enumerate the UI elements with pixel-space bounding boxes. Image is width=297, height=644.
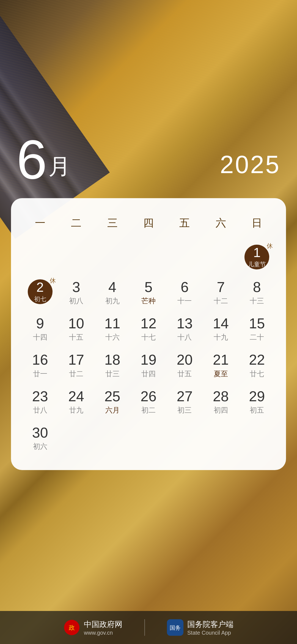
rest-badge: 休 bbox=[267, 242, 273, 250]
day-10[interactable]: 10 十五 bbox=[58, 311, 94, 347]
day-lunar: 十三 bbox=[250, 296, 264, 306]
day-lunar: 廿四 bbox=[141, 369, 156, 379]
day-lunar: 夏至 bbox=[214, 369, 228, 379]
day-lunar: 廿一 bbox=[33, 369, 47, 379]
weekday-mon: 一 bbox=[22, 212, 58, 234]
day-lunar: 十四 bbox=[33, 332, 47, 342]
day-25[interactable]: 25 六月 bbox=[94, 384, 130, 420]
month-header: 6 月 2025 bbox=[0, 132, 297, 187]
day-27[interactable]: 27 初三 bbox=[167, 384, 203, 420]
day-13[interactable]: 13 十八 bbox=[167, 311, 203, 347]
footer-logo-app[interactable]: 国务 国务院客户端 State Council App bbox=[167, 619, 233, 636]
day-number: 6 bbox=[181, 279, 189, 295]
day-lunar: 廿三 bbox=[105, 369, 120, 379]
day-empty bbox=[203, 420, 239, 456]
svg-text:国务: 国务 bbox=[170, 625, 181, 631]
day-29[interactable]: 29 初五 bbox=[239, 384, 275, 420]
day-18[interactable]: 18 廿三 bbox=[94, 347, 130, 383]
day-lunar: 十八 bbox=[177, 332, 192, 342]
day-20[interactable]: 20 廿五 bbox=[167, 347, 203, 383]
day-number: 18 bbox=[105, 352, 120, 368]
month-yue: 月 bbox=[48, 152, 70, 187]
day-24[interactable]: 24 廿九 bbox=[58, 384, 94, 420]
day-11[interactable]: 11 十六 bbox=[94, 311, 130, 347]
day-number: 26 bbox=[141, 389, 156, 404]
day-number: 1 bbox=[253, 245, 261, 260]
year-number: 2025 bbox=[220, 151, 280, 187]
day-lunar: 十五 bbox=[69, 332, 83, 342]
day-21[interactable]: 21 夏至 bbox=[203, 347, 239, 383]
day-lunar: 初七 bbox=[34, 295, 46, 303]
day-16[interactable]: 16 廿一 bbox=[22, 347, 58, 383]
day-4[interactable]: 4 初九 bbox=[94, 274, 130, 311]
day-number: 25 bbox=[105, 389, 120, 404]
day-lunar: 十六 bbox=[105, 332, 120, 342]
day-empty bbox=[22, 240, 58, 274]
day-number: 14 bbox=[213, 316, 229, 331]
day-number: 23 bbox=[32, 389, 48, 404]
calendar-container: 一 二 三 四 五 六 日 休 1 儿童节 休 2 初七 bbox=[11, 198, 286, 470]
day-number: 5 bbox=[145, 279, 153, 295]
day-lunar: 十七 bbox=[141, 332, 156, 342]
gov-icon: 政 bbox=[64, 619, 80, 636]
day-23[interactable]: 23 廿八 bbox=[22, 384, 58, 420]
day-lunar: 芒种 bbox=[141, 296, 156, 306]
day-number: 11 bbox=[105, 316, 120, 331]
day-28[interactable]: 28 初四 bbox=[203, 384, 239, 420]
day-holiday: 儿童节 bbox=[248, 260, 266, 269]
day-9[interactable]: 9 十四 bbox=[22, 311, 58, 347]
day-number: 13 bbox=[177, 316, 193, 331]
day-2[interactable]: 休 2 初七 bbox=[22, 274, 58, 311]
day-number: 2 bbox=[36, 280, 44, 295]
day-lunar: 初三 bbox=[177, 405, 192, 415]
weekday-fri: 五 bbox=[167, 212, 203, 234]
weekday-header: 一 二 三 四 五 六 日 bbox=[22, 212, 275, 234]
day-number: 19 bbox=[141, 352, 156, 368]
day-empty bbox=[203, 240, 239, 274]
day-empty bbox=[239, 420, 275, 456]
day-7[interactable]: 7 十二 bbox=[203, 274, 239, 311]
day-17[interactable]: 17 廿二 bbox=[58, 347, 94, 383]
day-number: 29 bbox=[249, 389, 265, 404]
day-empty bbox=[167, 420, 203, 456]
day-lunar: 十一 bbox=[177, 296, 192, 306]
day-number: 16 bbox=[32, 352, 48, 368]
day-8[interactable]: 8 十三 bbox=[239, 274, 275, 311]
day-number: 10 bbox=[68, 316, 84, 331]
day-3[interactable]: 3 初八 bbox=[58, 274, 94, 311]
weekday-sat: 六 bbox=[203, 212, 239, 234]
logo2-sub: State Council App bbox=[187, 630, 233, 636]
footer-logo-gov[interactable]: 政 中国政府网 www.gov.cn bbox=[64, 619, 122, 636]
day-number: 9 bbox=[36, 316, 44, 331]
day-5[interactable]: 5 芒种 bbox=[130, 274, 166, 311]
month-number: 6 bbox=[16, 132, 46, 187]
day-30[interactable]: 30 初六 bbox=[22, 420, 58, 456]
day-lunar: 初九 bbox=[105, 296, 120, 306]
day-number: 28 bbox=[213, 389, 229, 404]
day-empty bbox=[58, 420, 94, 456]
svg-text:政: 政 bbox=[69, 624, 75, 631]
day-empty bbox=[94, 240, 130, 274]
day-26[interactable]: 26 初二 bbox=[130, 384, 166, 420]
day-15[interactable]: 15 二十 bbox=[239, 311, 275, 347]
day-19[interactable]: 19 廿四 bbox=[130, 347, 166, 383]
day-lunar: 二十 bbox=[250, 332, 264, 342]
day-number: 3 bbox=[72, 279, 80, 295]
calendar-grid: 休 1 儿童节 休 2 初七 3 初八 4 初九 5 芒种 6 bbox=[22, 240, 275, 456]
day-number: 7 bbox=[217, 279, 225, 295]
day-number: 8 bbox=[253, 279, 261, 295]
day-12[interactable]: 12 十七 bbox=[130, 311, 166, 347]
day-6[interactable]: 6 十一 bbox=[167, 274, 203, 311]
day-14[interactable]: 14 十九 bbox=[203, 311, 239, 347]
day-number: 15 bbox=[249, 316, 265, 331]
day-number: 4 bbox=[108, 279, 116, 295]
day-empty bbox=[94, 420, 130, 456]
day-1[interactable]: 休 1 儿童节 bbox=[239, 240, 275, 274]
day-lunar: 初八 bbox=[69, 296, 83, 306]
day-number: 12 bbox=[141, 316, 156, 331]
day-lunar: 初二 bbox=[141, 405, 156, 415]
day-lunar: 廿五 bbox=[177, 369, 192, 379]
day-22[interactable]: 22 廿七 bbox=[239, 347, 275, 383]
footer-bar: 政 中国政府网 www.gov.cn 国务 国务院客户端 State Counc… bbox=[0, 611, 297, 644]
day-number: 20 bbox=[177, 352, 193, 368]
